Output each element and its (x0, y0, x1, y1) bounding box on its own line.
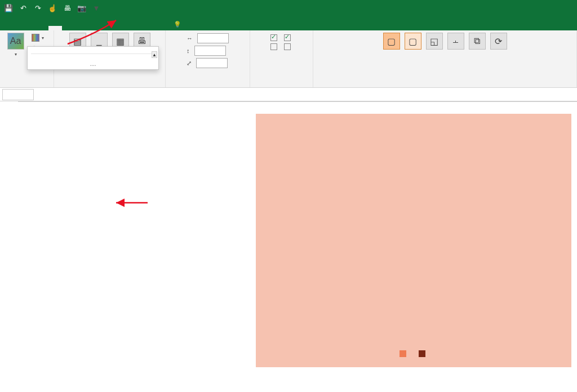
send-backward-button[interactable]: ▢ (405, 33, 421, 51)
width-input[interactable] (197, 33, 229, 43)
redo-icon[interactable]: ↷ (33, 3, 43, 13)
headings-view-checkbox[interactable] (284, 34, 291, 41)
chart-legend[interactable] (256, 349, 571, 357)
tab-file[interactable] (5, 26, 18, 30)
legend-swatch-actual (419, 350, 425, 357)
name-box[interactable] (2, 89, 34, 100)
chart-title[interactable] (256, 114, 571, 121)
height-input[interactable] (194, 46, 226, 56)
y-axis-left (258, 142, 283, 322)
color-swatch-icon (32, 34, 39, 42)
color-menu-dots: .... (28, 61, 158, 67)
tab-view[interactable] (107, 26, 121, 30)
touch-mode-icon[interactable]: ☝ (47, 3, 57, 13)
formula-bar (0, 88, 577, 101)
color-menu-header (28, 47, 158, 51)
theme-colors-button[interactable]: ▾ (29, 33, 47, 43)
gridlines-print-checkbox[interactable] (270, 43, 277, 50)
tab-insert[interactable] (34, 26, 47, 30)
width-icon: ↔ (187, 35, 193, 42)
bring-forward-button[interactable]: ▢ (383, 33, 400, 51)
tab-formulas[interactable] (63, 26, 77, 30)
headings-print-checkbox[interactable] (284, 43, 291, 50)
tab-developer[interactable] (122, 26, 135, 30)
tell-me[interactable] (171, 19, 184, 30)
scroll-up-icon[interactable]: ▲ (152, 51, 157, 58)
rotate-button[interactable]: ⟳ (490, 33, 507, 51)
scale-icon: ⤢ (187, 60, 192, 67)
page-setup-group-label (109, 79, 110, 86)
quick-access-toolbar: 💾 ↶ ↷ ☝ 🖶 📷 ▼ (3, 3, 101, 13)
worksheet[interactable] (0, 101, 577, 392)
ribbon-tabs (0, 16, 577, 30)
print-preview-icon[interactable]: 🖶 (62, 3, 72, 13)
title-bar: 💾 ↶ ↷ ☝ 🖶 📷 ▼ (0, 0, 577, 16)
tab-home[interactable] (19, 26, 33, 30)
height-icon: ↕ (187, 47, 190, 54)
customize-colors[interactable] (28, 56, 158, 61)
themes-button[interactable]: Aa ▾ (7, 33, 24, 57)
tab-baidu[interactable] (151, 26, 165, 30)
tab-powerpivot[interactable] (136, 26, 150, 30)
theme-colors-menu: .... ▲ (27, 46, 159, 70)
camera-icon[interactable]: 📷 (77, 3, 87, 13)
gridlines-view-checkbox[interactable] (270, 34, 277, 41)
qat-more-icon[interactable]: ▼ (91, 3, 101, 13)
group-button[interactable]: ⧉ (469, 33, 486, 51)
tab-review[interactable] (92, 26, 106, 30)
y-axis-right (544, 142, 569, 322)
selection-pane-button[interactable]: ◱ (426, 33, 443, 51)
legend-swatch-target (400, 350, 406, 357)
save-icon[interactable]: 💾 (3, 3, 14, 13)
column-headers (18, 101, 577, 102)
tab-data[interactable] (78, 26, 91, 30)
tab-page-layout[interactable] (48, 26, 62, 30)
scale-input[interactable] (196, 58, 228, 68)
chart-bars-area (283, 142, 544, 322)
undo-icon[interactable]: ↶ (18, 3, 28, 13)
embedded-chart[interactable] (256, 114, 571, 367)
align-button[interactable]: ⫠ (447, 33, 464, 51)
